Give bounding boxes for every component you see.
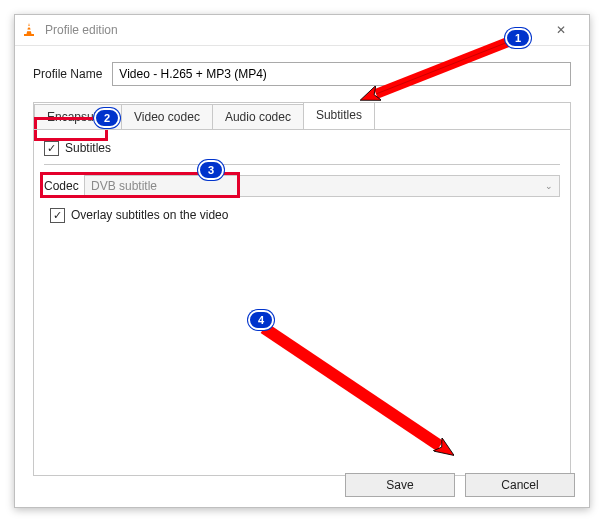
subtitles-checkbox-row[interactable]: Subtitles [44, 138, 560, 158]
tab-video-codec[interactable]: Video codec [121, 104, 213, 130]
overlay-checkbox-row[interactable]: Overlay subtitles on the video [50, 205, 560, 225]
window-title: Profile edition [45, 23, 118, 37]
close-button[interactable]: ✕ [538, 15, 583, 45]
titlebar: Profile edition – ✕ [15, 15, 589, 46]
svg-rect-3 [24, 34, 34, 36]
codec-select-value: DVB subtitle [91, 179, 157, 193]
save-button[interactable]: Save [345, 473, 455, 497]
svg-rect-1 [28, 26, 31, 28]
chevron-down-icon: ⌄ [545, 181, 553, 191]
profile-name-label: Profile Name [33, 67, 102, 81]
annotation-badge-4: 4 [248, 310, 274, 330]
subtitles-checkbox[interactable] [44, 141, 59, 156]
svg-rect-2 [27, 30, 31, 32]
annotation-badge-3: 3 [198, 160, 224, 180]
tab-panel: Encapsulati Video codec Audio codec Subt… [33, 102, 571, 476]
tab-subtitles[interactable]: Subtitles [303, 102, 375, 129]
tab-audio-codec[interactable]: Audio codec [212, 104, 304, 130]
subtitles-checkbox-label: Subtitles [65, 141, 111, 155]
subtitles-tab-body: Subtitles Codec DVB subtitle ⌄ Overlay s… [34, 130, 570, 475]
overlay-checkbox[interactable] [50, 208, 65, 223]
vlc-cone-icon [21, 22, 37, 38]
annotation-badge-1: 1 [505, 28, 531, 48]
annotation-badge-2: 2 [94, 108, 120, 128]
profile-edition-window: Profile edition – ✕ Profile Name Encapsu… [14, 14, 590, 508]
profile-name-input[interactable] [112, 62, 571, 86]
codec-select[interactable]: DVB subtitle ⌄ [84, 175, 560, 197]
close-icon: ✕ [556, 23, 566, 37]
divider [44, 164, 560, 165]
cancel-button[interactable]: Cancel [465, 473, 575, 497]
svg-marker-0 [27, 23, 32, 34]
codec-label: Codec [44, 179, 84, 193]
overlay-checkbox-label: Overlay subtitles on the video [71, 208, 228, 222]
